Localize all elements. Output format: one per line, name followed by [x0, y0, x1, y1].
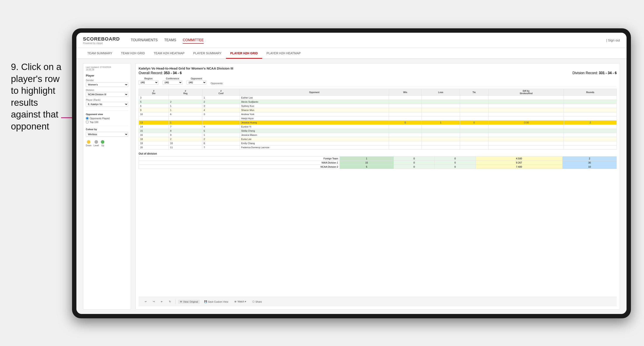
records-row: Overall Record: 353 - 34 - 6 Division Re… [138, 71, 617, 75]
legend-dot-up [101, 140, 104, 144]
nav-bar: SCOREBOARD Powered by clippd TOURNAMENTS… [76, 33, 626, 48]
gender-label: Gender [86, 79, 128, 82]
table-row[interactable]: 19106Emily Chang [139, 141, 617, 146]
data-panel: Katelyn Vo Head-to-Head Grid for Women's… [135, 63, 620, 310]
save-custom-button[interactable]: 💾 Save Custom View [202, 300, 230, 304]
grid-tbody: 31Esther Lee522Alexis Sudjianto613Sydney… [139, 96, 617, 150]
out-of-division-title: Out of division [138, 152, 617, 155]
col-diff: Diff AvStrokes/Rnd [488, 89, 564, 96]
table-row[interactable]: 1822Euna Lee [139, 137, 617, 141]
region-filter-section: Region (All) [138, 77, 158, 85]
share-icon: ⬡ [252, 300, 254, 303]
division-select[interactable]: NCAA Division III [86, 92, 128, 97]
step-back-button[interactable]: ⇤ [159, 300, 164, 304]
colour-by-select[interactable]: Win/loss [86, 132, 128, 137]
legend-down: Down [86, 140, 92, 147]
panel-title: Katelyn Vo Head-to-Head Grid for Women's… [138, 66, 617, 70]
logo-title: SCOREBOARD [83, 36, 120, 42]
col-reg: #Reg [169, 89, 202, 96]
watch-button[interactable]: 👁 Watch ▾ [232, 300, 248, 304]
col-tie: Tie [460, 89, 488, 96]
col-div: #Div [139, 89, 169, 96]
logo-subtitle: Powered by clippd [83, 42, 120, 44]
sidebar-divider2 [86, 126, 128, 126]
table-row[interactable]: 1691Jessica Mason [139, 133, 617, 137]
player-section-title: Player [86, 74, 128, 77]
tab-team-h2h-grid[interactable]: TEAM H2H GRID [116, 48, 149, 59]
col-loss: Loss [422, 89, 460, 96]
share-button[interactable]: ⬡ Share [250, 300, 264, 304]
region-filter[interactable]: (All) [138, 80, 158, 85]
out-of-division-row[interactable]: NCAA Division 25007.40010 [139, 165, 617, 169]
overall-record: Overall Record: 353 - 34 - 6 [138, 71, 182, 75]
refresh-button[interactable]: ↻ [167, 300, 173, 304]
player-rank-label: Player (Rank) [86, 99, 128, 101]
nav-teams[interactable]: TEAMS [164, 37, 176, 44]
toolbar-divider [175, 300, 176, 304]
tab-team-h2h-heatmap[interactable]: TEAM H2H HEATMAP [149, 48, 189, 59]
tab-player-h2h-heatmap[interactable]: PLAYER H2H HEATMAP [262, 48, 305, 59]
main-content: Last Updated: 27/03/2024 16:55:38 Player… [76, 59, 626, 314]
table-row[interactable]: 1474Eunice Yi [139, 125, 617, 129]
instruction-text: 9. Click on a player's row to highlight … [11, 61, 68, 133]
radio-opponents-played[interactable]: Opponents Played [86, 117, 128, 120]
view-original-button[interactable]: 👁 View: Original [178, 300, 200, 304]
sub-nav: TEAM SUMMARY TEAM H2H GRID TEAM H2H HEAT… [76, 48, 626, 59]
opponents-label: Opponents: [211, 82, 223, 85]
nav-tournaments[interactable]: TOURNAMENTS [131, 37, 158, 44]
logo: SCOREBOARD Powered by clippd [83, 36, 120, 44]
tablet-screen: SCOREBOARD Powered by clippd TOURNAMENTS… [76, 33, 626, 314]
undo-button[interactable]: ↩ [143, 300, 148, 304]
view-icon: 👁 [180, 300, 182, 303]
table-row[interactable]: Heejo Hyun [139, 116, 617, 121]
table-row[interactable]: 522Alexis Sudjianto [139, 100, 617, 104]
instruction-body: Click on a player's row to highlight res… [11, 62, 61, 132]
player-h2h-grid-table: #Div #Reg #Conf Opponent Win Loss Tie Di… [138, 89, 617, 150]
legend-up: Up [101, 140, 104, 147]
legend-level: Level [94, 140, 99, 147]
col-conf: #Conf [202, 89, 240, 96]
sidebar-panel: Last Updated: 27/03/2024 16:55:38 Player… [83, 63, 131, 310]
out-of-division-section: Out of division Foreign Team1004.5002NAI… [138, 152, 617, 169]
colour-by-label: Colour by [86, 128, 128, 131]
conference-filter[interactable]: (All) [163, 80, 182, 85]
legend-dot-down [87, 140, 90, 144]
redo-button[interactable]: ↪ [151, 300, 156, 304]
table-row[interactable]: 1585Stella Cheng [139, 129, 617, 133]
opponent-view-options: Opponents Played Top 100 [86, 117, 128, 123]
table-row[interactable]: 914Sharon Mun [139, 108, 617, 112]
table-row[interactable]: 131Jessica Huang010-3.002 [139, 121, 617, 125]
opponent-filter-section: Opponent (All) [187, 77, 206, 85]
step-number: 9. [11, 62, 18, 72]
main-grid-scroll[interactable]: #Div #Reg #Conf Opponent Win Loss Tie Di… [138, 89, 617, 297]
out-of-division-row[interactable]: Foreign Team1004.5002 [139, 157, 617, 161]
opponent-filter[interactable]: (All) [187, 80, 206, 85]
legend-dot-level [94, 140, 98, 144]
radio-top-100[interactable]: Top 100 [86, 121, 128, 123]
nav-committee[interactable]: COMMITTEE [183, 37, 204, 44]
division-label: Division [86, 89, 128, 91]
player-rank-select[interactable]: 8. Katelyn Vo [86, 102, 128, 107]
tab-team-summary[interactable]: TEAM SUMMARY [83, 48, 116, 59]
filter-bar: Region (All) Conference (All) Opponent [138, 77, 617, 87]
division-record: Division Record: 331 - 34 - 6 [572, 71, 617, 75]
tab-player-h2h-grid[interactable]: PLAYER H2H GRID [226, 48, 262, 59]
gender-select[interactable]: Women's [86, 82, 128, 87]
conference-filter-section: Conference (All) [163, 77, 182, 85]
out-tbody: Foreign Team1004.5002NAIA Division 11500… [139, 157, 617, 169]
col-opponent: Opponent [240, 89, 389, 96]
tab-player-summary[interactable]: PLAYER SUMMARY [189, 48, 226, 59]
table-row[interactable]: 20117Federica Domecq Lacroze [139, 146, 617, 150]
table-row[interactable]: 31Esther Lee [139, 96, 617, 100]
table-row[interactable]: 1063Andrea York [139, 112, 617, 116]
table-header-row: #Div #Reg #Conf Opponent Win Loss Tie Di… [139, 89, 617, 96]
opponent-view-title: Opponent view [86, 113, 128, 116]
out-of-division-row[interactable]: NAIA Division 115009.26730 [139, 161, 617, 165]
table-row[interactable]: 613Sydney Kuo [139, 104, 617, 108]
tablet-frame: SCOREBOARD Powered by clippd TOURNAMENTS… [72, 28, 631, 318]
sign-out-button[interactable]: | Sign out [606, 38, 620, 42]
legend: Down Level Up [86, 140, 128, 147]
col-rounds: Rounds [564, 89, 617, 96]
out-of-division-table: Foreign Team1004.5002NAIA Division 11500… [138, 156, 617, 169]
watch-icon: 👁 [234, 300, 237, 303]
